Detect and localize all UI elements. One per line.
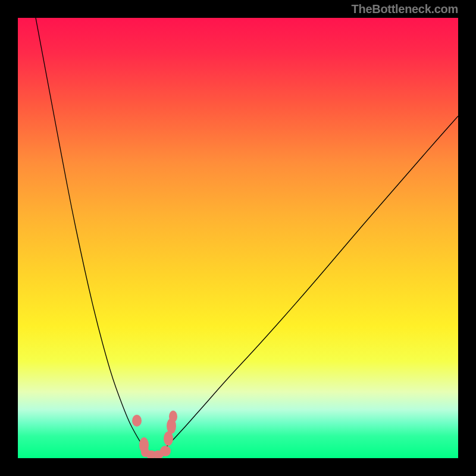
watermark: TheBottleneck.com	[352, 2, 458, 16]
marker-dot	[160, 446, 171, 456]
curve-right	[161, 116, 458, 453]
markers-group	[132, 411, 177, 458]
chart-frame: TheBottleneck.com	[0, 0, 476, 476]
chart-svg	[18, 18, 458, 458]
marker-dot	[132, 415, 142, 427]
plot-area	[18, 18, 458, 458]
curve-left	[36, 18, 148, 453]
marker-dot	[169, 411, 177, 422]
